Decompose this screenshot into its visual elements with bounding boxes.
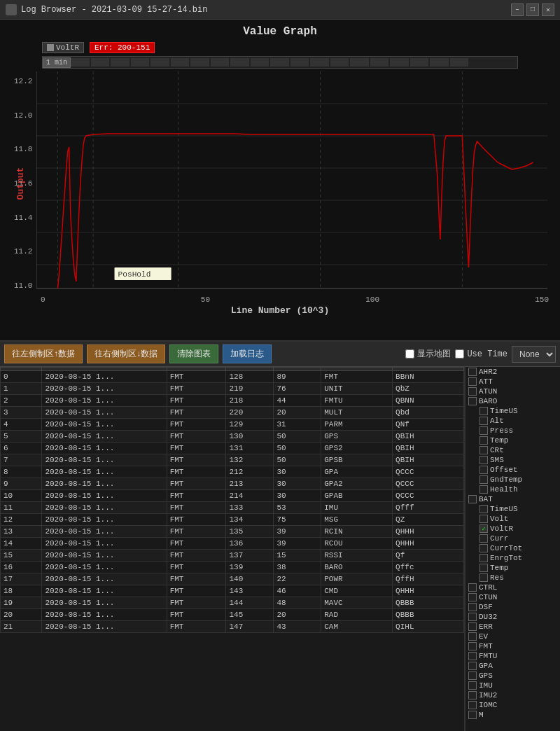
legend-error[interactable]: Err: 200-151: [90, 42, 155, 53]
tree-child-item[interactable]: GndTemp: [465, 475, 560, 485]
timeline-bar[interactable]: 1 min: [42, 56, 518, 69]
table-row[interactable]: 82020-08-15 1...FMT21230GPAQCCC: [1, 466, 464, 478]
tree-checkbox[interactable]: [479, 573, 488, 582]
tree-root-item[interactable]: ATUN: [465, 387, 560, 396]
table-row[interactable]: 132020-08-15 1...FMT13539RCINQHHH: [1, 526, 464, 538]
tree-root-item[interactable]: FMTU: [465, 651, 560, 661]
tree-checkbox[interactable]: [468, 368, 477, 376]
tree-checkbox[interactable]: [479, 436, 488, 445]
tree-child-item[interactable]: TimeUS: [465, 406, 560, 416]
tree-root-item[interactable]: CTRL: [465, 583, 560, 592]
tree-child-item[interactable]: SMS: [465, 455, 560, 465]
tree-checkbox[interactable]: [468, 387, 477, 396]
tree-root-item[interactable]: ATT: [465, 377, 560, 387]
legend-voltr[interactable]: VoltR: [42, 42, 84, 53]
tree-root-item[interactable]: CTUN: [465, 592, 560, 602]
table-row[interactable]: 22020-08-15 1...FMT21844FMTUQBNN: [1, 395, 464, 407]
use-time-checkbox[interactable]: [455, 349, 464, 358]
tree-root-item[interactable]: EV: [465, 632, 560, 641]
table-row[interactable]: 32020-08-15 1...FMT22020MULTQbd: [1, 407, 464, 419]
tree-checkbox[interactable]: [468, 701, 477, 709]
use-time-check[interactable]: Use Time: [455, 349, 507, 359]
tree-checkbox[interactable]: [468, 642, 477, 650]
tree-checkbox[interactable]: [479, 466, 488, 474]
table-row[interactable]: 142020-08-15 1...FMT13639RCOUQHHH: [1, 538, 464, 550]
tree-root-item[interactable]: IOMC: [465, 700, 560, 710]
tree-child-item[interactable]: Volt: [465, 514, 560, 524]
table-row[interactable]: 122020-08-15 1...FMT13475MSGQZ: [1, 514, 464, 526]
tree-scroll[interactable]: AHR2ATTATUNBAROTimeUSAltPressTempCRtSMSO…: [465, 367, 560, 731]
tree-root-item[interactable]: AHR2: [465, 367, 560, 377]
tree-checkbox[interactable]: [479, 505, 488, 513]
table-row[interactable]: 172020-08-15 1...FMT14022POWRQffH: [1, 573, 464, 585]
window-controls[interactable]: – □ ✕: [511, 4, 554, 16]
clear-chart-button[interactable]: 清除图表: [169, 344, 218, 363]
table-row[interactable]: 62020-08-15 1...FMT13150GPS2QBIH: [1, 443, 464, 454]
tree-checkbox[interactable]: [468, 397, 477, 405]
tree-checkbox[interactable]: [468, 377, 477, 386]
tree-child-item[interactable]: ✓VoltR: [465, 524, 560, 534]
tree-checkbox[interactable]: [468, 613, 477, 621]
tree-checkbox[interactable]: [479, 475, 488, 484]
tree-child-item[interactable]: Offset: [465, 465, 560, 475]
close-button[interactable]: ✕: [542, 4, 554, 16]
table-row[interactable]: 72020-08-15 1...FMT13250GPSBQBIH: [1, 454, 464, 466]
table-row[interactable]: 102020-08-15 1...FMT21430GPABQCCC: [1, 490, 464, 502]
tree-root-item[interactable]: DU32: [465, 612, 560, 622]
tree-checkbox[interactable]: [479, 456, 488, 464]
tree-checkbox[interactable]: [468, 691, 477, 699]
tree-checkbox[interactable]: [468, 662, 477, 670]
tree-checkbox[interactable]: [468, 593, 477, 601]
tree-child-item[interactable]: TimeUS: [465, 504, 560, 514]
tree-checkbox[interactable]: [479, 564, 488, 572]
tree-root-item[interactable]: IMU2: [465, 690, 560, 700]
tree-child-item[interactable]: Res: [465, 573, 560, 583]
tree-checkbox[interactable]: [468, 652, 477, 660]
tree-root-item[interactable]: IMU: [465, 681, 560, 690]
tree-checkbox[interactable]: [479, 515, 488, 523]
tree-root-item[interactable]: BAT: [465, 494, 560, 504]
tree-child-item[interactable]: CurrTot: [465, 543, 560, 553]
left-fill-button[interactable]: 往左侧制区↑数据: [4, 344, 83, 363]
tree-checkbox[interactable]: [479, 485, 488, 494]
tree-child-item[interactable]: Temp: [465, 563, 560, 573]
tree-root-item[interactable]: BARO: [465, 396, 560, 406]
tree-checkbox[interactable]: [468, 711, 477, 719]
tree-checkbox[interactable]: [479, 446, 488, 454]
table-row[interactable]: 12020-08-15 1...FMT21976UNITQbZ: [1, 383, 464, 395]
tree-root-item[interactable]: GPS: [465, 671, 560, 681]
table-row[interactable]: 192020-08-15 1...FMT14448MAVCQBBB: [1, 597, 464, 609]
show-map-checkbox[interactable]: [405, 349, 414, 358]
show-map-check[interactable]: 显示地图: [405, 348, 451, 360]
tree-child-item[interactable]: Temp: [465, 436, 560, 445]
tree-checkbox[interactable]: [479, 544, 488, 552]
tree-checkbox[interactable]: [479, 417, 488, 425]
tree-checkbox[interactable]: [468, 622, 477, 631]
tree-root-item[interactable]: DSF: [465, 602, 560, 612]
tree-root-item[interactable]: GPA: [465, 661, 560, 671]
minimize-button[interactable]: –: [511, 4, 524, 16]
tree-checkbox[interactable]: [468, 681, 477, 690]
tree-child-item[interactable]: Alt: [465, 416, 560, 426]
table-row[interactable]: 92020-08-15 1...FMT21330GPA2QCCC: [1, 478, 464, 490]
table-row[interactable]: 02020-08-15 1...FMT12889FMTBBnN: [1, 371, 464, 383]
table-row[interactable]: 152020-08-15 1...FMT13715RSSIQf: [1, 550, 464, 562]
tree-child-item[interactable]: EnrgTot: [465, 553, 560, 563]
tree-checkbox[interactable]: [479, 407, 488, 415]
right-fill-button[interactable]: 往右侧制区↓数据: [87, 344, 165, 363]
tree-root-item[interactable]: FMT: [465, 641, 560, 651]
table-row[interactable]: 162020-08-15 1...FMT13938BAROQffc: [1, 562, 464, 573]
tree-child-item[interactable]: Health: [465, 485, 560, 494]
tree-checkbox[interactable]: [479, 426, 488, 435]
table-row[interactable]: 182020-08-15 1...FMT14346CMDQHHH: [1, 585, 464, 597]
tree-checkbox[interactable]: [468, 671, 477, 680]
table-row[interactable]: 202020-08-15 1...FMT14520RADQBBB: [1, 609, 464, 621]
table-row[interactable]: 52020-08-15 1...FMT13050GPSQBIH: [1, 431, 464, 443]
tree-checkbox[interactable]: [479, 554, 488, 562]
main-table-wrap[interactable]: 02020-08-15 1...FMT12889FMTBBnN12020-08-…: [0, 367, 465, 731]
table-row[interactable]: 112020-08-15 1...FMT13353IMUQfff: [1, 502, 464, 514]
tree-child-item[interactable]: Press: [465, 426, 560, 436]
none-select[interactable]: None: [512, 346, 556, 363]
tree-child-item[interactable]: CRt: [465, 445, 560, 455]
tree-root-item[interactable]: ERR: [465, 622, 560, 632]
